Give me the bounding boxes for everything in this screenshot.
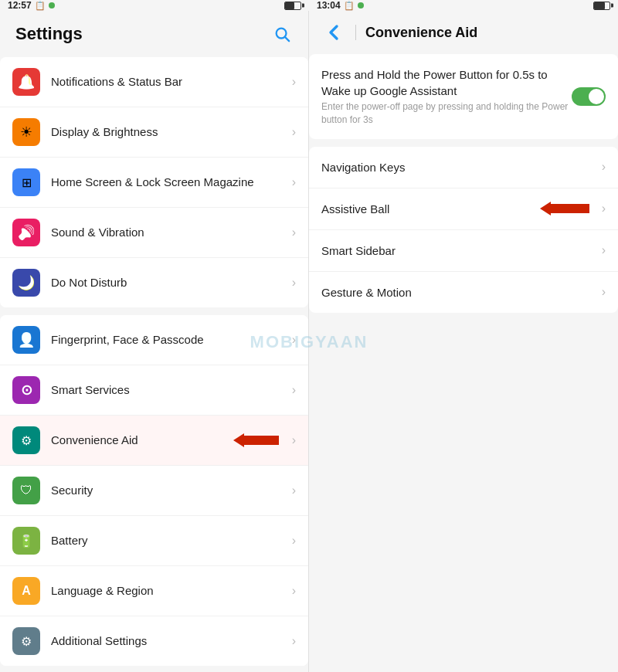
right-signal-indicator [358, 2, 364, 8]
convenience-options-card: Navigation Keys › Assistive Ball › [309, 147, 618, 313]
smart-sidebar-title: Smart Sidebar [321, 243, 596, 259]
security-label: Security [51, 483, 292, 498]
power-button-card: Press and Hold the Power Button for 0.5s… [309, 54, 618, 139]
power-button-item[interactable]: Press and Hold the Power Button for 0.5s… [309, 54, 618, 139]
navigation-keys-arrow: › [602, 160, 606, 174]
right-sim-icon: 📋 [344, 1, 355, 11]
sidebar-item-sound[interactable]: 🔊 Sound & Vibration › [0, 208, 308, 258]
convenience-aid-panel: Convenience Aid Press and Hold the Power… [309, 11, 618, 672]
notifications-label: Notifications & Status Bar [51, 74, 292, 90]
display-label: Display & Brightness [51, 124, 292, 140]
settings-header: Settings [0, 11, 308, 57]
left-time: 12:57 [8, 0, 32, 11]
sidebar-item-convenience[interactable]: ⚙ Convenience Aid › [0, 416, 308, 466]
assistive-ball-title: Assistive Ball [321, 201, 540, 217]
notifications-icon: 🔔 [12, 68, 40, 96]
sidebar-item-display[interactable]: ☀ Display & Brightness › [0, 107, 308, 158]
gesture-motion-item[interactable]: Gesture & Motion › [309, 272, 618, 313]
fingerprint-label: Fingerprint, Face & Passcode [51, 332, 292, 348]
power-button-toggle[interactable] [572, 87, 606, 106]
sidebar-item-notifications[interactable]: 🔔 Notifications & Status Bar › [0, 57, 308, 107]
display-arrow: › [292, 125, 296, 139]
assistive-ball-text: Assistive Ball [321, 201, 540, 217]
language-arrow: › [292, 584, 296, 598]
smart-sidebar-arrow: › [602, 243, 606, 257]
right-battery-icon [593, 2, 610, 10]
header-divider [355, 25, 356, 40]
additional-label: Additional Settings [51, 633, 292, 649]
sidebar-item-additional[interactable]: ⚙ Additional Settings › [0, 616, 308, 666]
sidebar-item-language[interactable]: A Language & Region › [0, 566, 308, 616]
power-button-text: Press and Hold the Power Button for 0.5s… [321, 66, 572, 127]
battery-icon: 🔋 [12, 527, 40, 555]
fingerprint-icon: 👤 [12, 326, 40, 354]
signal-indicator [49, 2, 55, 8]
right-time: 13:04 [317, 0, 341, 11]
gesture-motion-arrow: › [602, 285, 606, 299]
svg-line-1 [285, 37, 289, 41]
navigation-keys-item[interactable]: Navigation Keys › [309, 147, 618, 188]
left-status-bar: 12:57 📋 [0, 0, 309, 11]
assistive-ball-arrow: › [602, 202, 606, 216]
sidebar-item-homescreen[interactable]: ⊞ Home Screen & Lock Screen Magazine › [0, 158, 308, 208]
donotdisturb-label: Do Not Disturb [51, 275, 292, 290]
left-battery-icon [284, 2, 301, 10]
smart-sidebar-text: Smart Sidebar [321, 243, 596, 259]
donotdisturb-arrow: › [292, 276, 296, 290]
donotdisturb-icon: 🌙 [12, 269, 40, 297]
back-button[interactable] [321, 20, 346, 45]
convenience-arrow: › [292, 433, 296, 447]
additional-arrow: › [292, 634, 296, 648]
search-button[interactable] [268, 20, 296, 48]
assistive-ball-annotation [540, 202, 589, 216]
sound-label: Sound & Vibration [51, 225, 292, 240]
sidebar-item-fingerprint[interactable]: 👤 Fingerprint, Face & Passcode › [0, 315, 308, 365]
smart-sidebar-item[interactable]: Smart Sidebar › [309, 230, 618, 272]
convenience-label: Convenience Aid [51, 433, 292, 448]
toggle-thumb [589, 89, 604, 104]
additional-icon: ⚙ [12, 627, 40, 655]
assistive-ball-item[interactable]: Assistive Ball › [309, 188, 618, 230]
smartservices-label: Smart Services [51, 382, 292, 398]
sim-icon: 📋 [35, 1, 46, 11]
language-label: Language & Region [51, 583, 292, 599]
battery-arrow: › [292, 534, 296, 548]
convenience-icon: ⚙ [12, 426, 40, 454]
fingerprint-arrow: › [292, 333, 296, 347]
settings-list: 🔔 Notifications & Status Bar › ☀ Display… [0, 57, 308, 672]
gesture-motion-title: Gesture & Motion [321, 284, 596, 300]
homescreen-arrow: › [292, 175, 296, 189]
settings-section-1: 🔔 Notifications & Status Bar › ☀ Display… [0, 57, 308, 307]
navigation-keys-text: Navigation Keys [321, 159, 596, 175]
sound-icon: 🔊 [12, 219, 40, 246]
security-icon: 🛡 [12, 477, 40, 504]
right-panel-title: Convenience Aid [365, 25, 477, 41]
security-arrow: › [292, 484, 296, 497]
homescreen-label: Home Screen & Lock Screen Magazine [51, 175, 292, 190]
language-icon: A [12, 577, 40, 605]
power-button-subtitle: Enter the power-off page by pressing and… [321, 100, 572, 127]
settings-panel: Settings 🔔 Notifications & Status Bar › [0, 11, 309, 672]
notifications-arrow: › [292, 75, 296, 89]
display-icon: ☀ [12, 118, 40, 146]
right-header: Convenience Aid [309, 11, 618, 54]
homescreen-icon: ⊞ [12, 168, 40, 196]
sidebar-item-security[interactable]: 🛡 Security › [0, 466, 308, 516]
sidebar-item-battery[interactable]: 🔋 Battery › [0, 516, 308, 566]
sidebar-item-donotdisturb[interactable]: 🌙 Do Not Disturb › [0, 258, 308, 307]
smartservices-arrow: › [292, 383, 296, 397]
settings-title: Settings [15, 24, 83, 44]
search-icon [273, 25, 290, 42]
gesture-motion-text: Gesture & Motion [321, 284, 596, 300]
convenience-content: Press and Hold the Power Button for 0.5s… [309, 54, 618, 672]
battery-label: Battery [51, 533, 292, 548]
sidebar-item-smartservices[interactable]: ⊙ Smart Services › [0, 365, 308, 416]
power-button-title: Press and Hold the Power Button for 0.5s… [321, 66, 572, 99]
navigation-keys-title: Navigation Keys [321, 159, 596, 175]
settings-section-2: 👤 Fingerprint, Face & Passcode › ⊙ Smart… [0, 315, 308, 666]
sound-arrow: › [292, 226, 296, 239]
smartservices-icon: ⊙ [12, 376, 40, 404]
right-status-bar: 13:04 📋 [309, 0, 618, 11]
